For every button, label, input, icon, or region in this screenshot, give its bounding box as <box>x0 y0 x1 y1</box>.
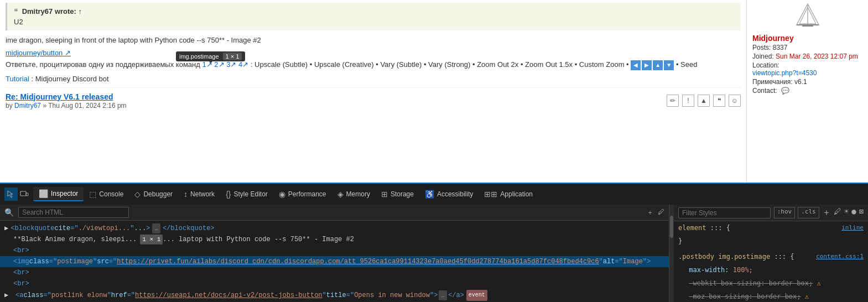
warn-action-icon[interactable]: ! <box>682 95 694 107</box>
tab-network[interactable]: ↕ Network <box>178 188 220 201</box>
quote-block: ❝ Dmitry67 wrote: ↑ U2 <box>6 3 741 30</box>
attr-cite: cite <box>54 223 70 233</box>
react-action-icon[interactable]: ☺ <box>729 95 741 107</box>
quote-action: wrote: <box>55 7 76 15</box>
sidebar-notes: Примечания: v6.1 <box>752 78 862 86</box>
tab-storage[interactable]: ⊞ Storage <box>376 188 419 201</box>
cls-button[interactable]: .cls <box>798 207 819 218</box>
tab-debugger[interactable]: ◇ Debugger <box>129 188 178 201</box>
tab-accessibility[interactable]: ♿ Accessibility <box>419 188 479 201</box>
html-scroll-thumb[interactable] <box>670 216 673 238</box>
cmd-link-3[interactable]: 3↗ <box>226 60 236 69</box>
performance-icon: ◉ <box>279 190 285 199</box>
collapsed-badge: … <box>152 223 160 233</box>
edit-action-icon[interactable]: ✏ <box>667 95 679 107</box>
tag-img: <img <box>13 257 29 267</box>
html-line-br3[interactable]: <br> <box>0 278 669 289</box>
html-line-br1[interactable]: <br> <box>0 245 669 256</box>
html-line-br2[interactable]: <br> <box>0 267 669 278</box>
re-post-header: Re: Midjourney V6.1 released by Dmitry67… <box>6 87 741 114</box>
sidebar-posts: Posts: 8337 <box>752 44 862 51</box>
val-maxwidth: 100%; <box>733 266 753 274</box>
debugger-icon: ◇ <box>134 190 141 199</box>
html-line-a[interactable]: ▶ <a class =" postlink elonw " href =" h… <box>0 289 669 301</box>
filter-styles-input[interactable] <box>678 207 771 218</box>
tutorial-line: Tutorial : Midjourney Discord bot <box>6 75 741 83</box>
nav-box-4[interactable]: ▼ <box>664 60 674 70</box>
add-rule-button[interactable]: ＋ <box>822 207 831 218</box>
tab-memory[interactable]: ◈ Memory <box>332 188 376 201</box>
re-post-title-text: Re: Midjourney V6.1 released <box>6 92 113 101</box>
css-selector-postimage: .postbody img.postimage <box>678 253 770 261</box>
copy-rule-button[interactable]: 🖊 <box>834 207 841 218</box>
add-node-button[interactable]: ＋ <box>647 208 653 217</box>
sidebar-joined-label: Joined: <box>752 53 774 60</box>
tab-inspector[interactable]: ⬜ Inspector <box>33 187 84 201</box>
re-post-date: » Thu Aug 01, 2024 2:16 pm <box>43 102 126 110</box>
a-href-val[interactable]: https://useapi.net/docs/api-v2/post-jobs… <box>135 290 322 300</box>
tab-performance[interactable]: ◉ Performance <box>273 188 332 201</box>
css-source-inline[interactable]: inline <box>841 223 864 233</box>
quote-arrow: ↑ <box>79 7 82 15</box>
tag-br1: <br> <box>13 246 29 256</box>
a-attr-href: href <box>111 290 127 300</box>
attr-class-img: class <box>29 257 49 267</box>
moon-icon[interactable]: ● <box>851 207 856 218</box>
cmd-link-2[interactable]: 2↗ <box>214 60 224 69</box>
quote-action-icon[interactable]: ❝ <box>713 95 725 107</box>
cmd-link-4[interactable]: 4↗ <box>238 60 248 69</box>
event-badge[interactable]: event <box>466 290 487 301</box>
warning-icon-2: ⚠ <box>805 293 809 300</box>
text-node-rest: ... laptop with Python code --s 750** - … <box>163 235 354 244</box>
midjourney-button-link[interactable]: midjourney/button ↗ <box>6 49 741 57</box>
tab-console[interactable]: ⬚ Console <box>84 188 129 201</box>
sidebar-notes-value: v6.1 <box>794 78 807 86</box>
tab-application[interactable]: ⊞⊞ Application <box>479 188 538 201</box>
expand-arrow-a[interactable]: ▶ <box>4 290 13 300</box>
re-post-left: Re: Midjourney V6.1 released by Dmitry67… <box>6 92 127 110</box>
html-scrollbar[interactable] <box>669 205 674 302</box>
nav-box-2[interactable]: ▶ <box>642 60 652 70</box>
devtools-body: 🔍 ＋ 🖊 ▶ <blockquote cite =" ./viewtopi..… <box>0 205 868 302</box>
pick-css-button[interactable]: 🖊 <box>658 208 664 217</box>
re-post-author: Dmitry67 <box>14 102 41 110</box>
tag-br2: <br> <box>13 268 29 278</box>
tutorial-link[interactable]: Tutorial <box>6 75 29 83</box>
re-post-author-link[interactable]: Dmitry67 <box>14 102 43 110</box>
prop-moz-box: -moz-box-sizing: <box>689 293 757 300</box>
html-line-img[interactable]: <img class =" postimage " src =" https:/… <box>0 256 669 267</box>
seed-text: • Seed <box>676 60 698 69</box>
eq3: =" <box>109 257 117 267</box>
nav-box-1[interactable]: ◀ <box>631 60 641 70</box>
cite-val: ./viewtopi... <box>79 223 131 233</box>
tab-style-editor[interactable]: {} Style Editor <box>220 188 273 201</box>
report-action-icon[interactable]: ▲ <box>698 95 710 107</box>
search-html-input[interactable] <box>18 207 129 218</box>
re-post-title-link[interactable]: Re: Midjourney V6.1 released <box>6 92 113 101</box>
cite-end: " <box>130 223 134 233</box>
expand-arrow-blockquote[interactable]: ▶ <box>4 223 8 233</box>
sidebar-location: Location: viewtopic.php?t=4530 <box>752 61 862 77</box>
src-val[interactable]: https://privet.fun/ailabs/discord_cdn/cd… <box>117 257 599 267</box>
sidebar-notes-label: Примечания: <box>752 78 793 86</box>
css-source-content[interactable]: content.css:1 <box>816 252 864 262</box>
sun-icon[interactable]: ☀ <box>844 207 849 218</box>
storage-icon: ⊞ <box>381 190 388 199</box>
html-line-text[interactable]: **Black Anime dragon, sleepi... 1 × 1 ..… <box>0 234 669 245</box>
responsive-design-button[interactable] <box>18 188 31 201</box>
html-line-blockquote[interactable]: ▶ <blockquote cite =" ./viewtopi... " ..… <box>0 223 669 234</box>
post-actions: ✏ ! ▲ ❝ ☺ <box>667 95 741 107</box>
hov-button[interactable]: :hov <box>774 207 796 218</box>
nav-box-3[interactable]: ▲ <box>653 60 663 70</box>
val-moz-box: border-box; <box>757 293 801 300</box>
sidebar-contact-label: Contact: <box>752 87 777 95</box>
sidebar-username: Midjourney <box>752 34 794 43</box>
console-label: Console <box>99 190 123 198</box>
style-editor-icon: {} <box>226 190 231 199</box>
a-title-val: Opens in new window <box>354 290 430 300</box>
expand-css-icon[interactable]: ⊠ <box>859 207 864 218</box>
sidebar-contact-icon[interactable]: 💬 <box>781 87 789 95</box>
pick-element-button[interactable] <box>4 188 18 201</box>
css-panel: :hov .cls ＋ 🖊 ☀ ● ⊠ element ::: { inline… <box>674 205 868 302</box>
sidebar-location-link[interactable]: viewtopic.php?t=4530 <box>752 69 817 77</box>
